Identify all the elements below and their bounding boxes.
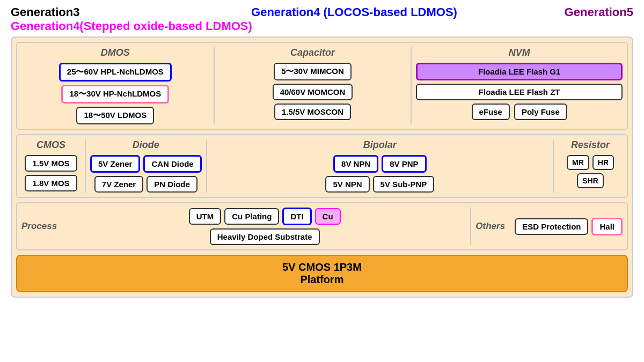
bipolar-5v-subpnp: 5V Sub-PNP	[373, 176, 435, 193]
nvm-item-2: Floadia LEE Flash ZT	[416, 84, 623, 100]
divider-3	[85, 139, 86, 193]
platform-line1: 5V CMOS 1P3M	[282, 261, 362, 273]
gen5-label: Generation5	[565, 5, 633, 19]
bipolar-column: Bipolar 8V NPN 8V PNP 5V NPN 5V Sub-PNP	[211, 139, 548, 193]
cap-title: Capacitor	[290, 47, 335, 58]
others-esd: ESD Protection	[515, 218, 588, 235]
main-box: DMOS 25〜60V HPL-NchLDMOS 18〜30V HP-NchLD…	[11, 36, 633, 298]
top-section: DMOS 25〜60V HPL-NchLDMOS 18〜30V HP-NchLD…	[16, 42, 628, 130]
bipolar-8v-npn: 8V NPN	[333, 155, 378, 173]
dmos-item-2: 18〜30V HP-NchLDMOS	[61, 85, 169, 104]
process-items: UTM Cu Plating DTI Cu Heavily Doped Subs…	[63, 208, 466, 245]
others-label: Others	[475, 221, 510, 232]
dmos-title: DMOS	[101, 47, 130, 58]
resistor-mr: MR	[567, 155, 589, 170]
resistor-column: Resistor MR HR SHR	[558, 139, 623, 188]
dmos-item-1: 25〜60V HPL-NchLDMOS	[59, 63, 172, 82]
divider-5	[553, 139, 554, 193]
diode-title: Diode	[133, 139, 159, 151]
dmos-item-3: 18〜50V LDMOS	[76, 107, 154, 124]
bipolar-title: Bipolar	[363, 139, 397, 151]
capacitor-column: Capacitor 5〜30V MIMCON 40/60V MOMCON 1.5…	[219, 47, 407, 124]
process-row1: UTM Cu Plating DTI Cu	[63, 208, 466, 225]
cap-item-2: 40/60V MOMCON	[273, 84, 353, 100]
nvm-efuse: eFuse	[472, 104, 510, 120]
process-label: Process	[21, 221, 59, 232]
nvm-polyfuse: Poly Fuse	[514, 104, 567, 120]
resistor-title: Resistor	[571, 139, 610, 151]
bipolar-5v-npn: 5V NPN	[325, 176, 369, 193]
divider-6	[470, 208, 471, 245]
process-cu-plating: Cu Plating	[224, 208, 279, 225]
dmos-column: DMOS 25〜60V HPL-NchLDMOS 18〜30V HP-NchLD…	[21, 47, 209, 124]
process-cu: Cu	[315, 208, 341, 225]
resistor-shr: SHR	[577, 173, 604, 188]
cmos-title: CMOS	[36, 139, 65, 151]
resistor-row2: SHR	[577, 173, 604, 188]
platform-line2: Platform	[300, 274, 343, 285]
diode-5v-zener: 5V Zener	[90, 155, 140, 173]
diode-column: Diode 5V Zener CAN Diode 7V Zener PN Dio…	[90, 139, 202, 193]
divider-4	[206, 139, 207, 193]
nvm-title: NVM	[509, 47, 530, 58]
process-row2: Heavily Doped Substrate	[63, 228, 466, 245]
platform-box: 5V CMOS 1P3M Platform	[16, 255, 628, 292]
gen4-stepped-label: Generation4(Stepped oxide-based LDMOS)	[11, 19, 252, 33]
diode-pn: PN Diode	[147, 176, 197, 193]
bipolar-8v-pnp: 8V PNP	[382, 155, 426, 173]
nvm-row3: eFuse Poly Fuse	[472, 104, 567, 120]
gen3-label: Generation3	[11, 5, 79, 19]
resistor-hr: HR	[592, 155, 614, 170]
nvm-item-1: Floadia LEE Flash G1	[416, 63, 623, 80]
process-utm: UTM	[189, 208, 222, 225]
process-heavily-doped: Heavily Doped Substrate	[210, 228, 320, 245]
divider-1	[214, 47, 215, 124]
bipolar-row2: 5V NPN 5V Sub-PNP	[325, 176, 434, 193]
resistor-row1: MR HR	[567, 155, 614, 170]
bottom-section: Process UTM Cu Plating DTI Cu Heavily Do…	[16, 202, 628, 250]
mid-section: CMOS 1.5V MOS 1.8V MOS Diode 5V Zener CA…	[16, 134, 628, 198]
header: Generation3 Generation4 (LOCOS-based LDM…	[11, 5, 633, 33]
others-items: ESD Protection Hall	[515, 218, 623, 235]
process-dti: DTI	[282, 208, 311, 225]
gen4-locos-label: Generation4 (LOCOS-based LDMOS)	[251, 5, 457, 19]
cmos-column: CMOS 1.5V MOS 1.8V MOS	[21, 139, 80, 191]
diode-7v-zener: 7V Zener	[94, 176, 143, 193]
divider-2	[411, 47, 412, 124]
bipolar-row1: 8V NPN 8V PNP	[333, 155, 427, 173]
nvm-column: NVM Floadia LEE Flash G1 Floadia LEE Fla…	[416, 47, 623, 124]
cap-item-3: 1.5/5V MOSCON	[274, 104, 351, 120]
cap-item-1: 5〜30V MIMCON	[274, 63, 352, 80]
diode-row1: 5V Zener CAN Diode	[90, 155, 202, 173]
cmos-item-2: 1.8V MOS	[25, 175, 77, 191]
others-hall: Hall	[591, 218, 623, 235]
diode-can: CAN Diode	[143, 155, 201, 173]
cmos-item-1: 1.5V MOS	[25, 155, 77, 172]
page: Generation3 Generation4 (LOCOS-based LDM…	[0, 0, 644, 362]
diode-row2: 7V Zener PN Diode	[94, 176, 197, 193]
